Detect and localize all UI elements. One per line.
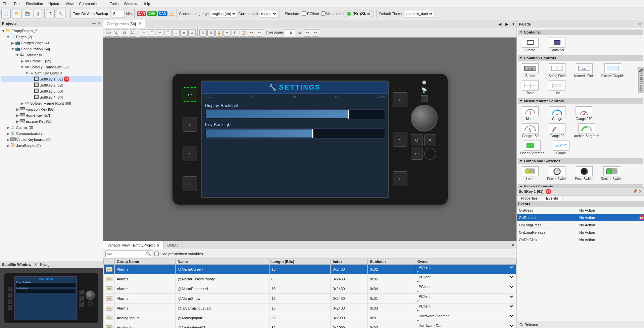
var-owner-select[interactable]: PClientHardware DaemonSystem bbox=[417, 304, 514, 309]
th-length[interactable]: Length (Bits) bbox=[269, 259, 331, 265]
props-row-1[interactable]: OnReleaseNo Action65 bbox=[517, 214, 644, 221]
square-btn[interactable] bbox=[421, 95, 428, 102]
r-softkey-btn-3[interactable]: ‹ bbox=[393, 171, 407, 186]
hide-predefined-check-label[interactable]: Hide pre-defined variables bbox=[154, 252, 203, 256]
props-row-3[interactable]: OnLongReleaseNo Action bbox=[517, 229, 644, 236]
menu-window[interactable]: Window bbox=[121, 1, 140, 6]
save-button[interactable]: 💾 bbox=[23, 9, 32, 18]
align-left-button[interactable]: ⊣ bbox=[140, 29, 147, 37]
softkey-btn-2[interactable]: › bbox=[183, 117, 197, 132]
palette-close-button[interactable]: ✕ bbox=[639, 22, 642, 26]
palette-item-table[interactable]: Table bbox=[520, 80, 540, 95]
tree-item-13[interactable]: ▶⌨Function Key [56] bbox=[1, 106, 102, 112]
menu-simulation[interactable]: Simulation bbox=[23, 1, 46, 6]
var-owner-select[interactable]: PClientHardware DaemonSystem bbox=[417, 314, 514, 318]
open-button[interactable]: 📂 bbox=[12, 9, 21, 18]
palette-section-special-title[interactable]: ▼ Special Controls bbox=[518, 184, 643, 187]
redo2-button[interactable]: ↪ bbox=[312, 29, 319, 37]
tree-item-14[interactable]: ▶⌨Home Key [57] bbox=[1, 112, 102, 118]
menu-help[interactable]: Help bbox=[140, 1, 153, 6]
table-row[interactable]: VarAlarms@AlarmCurrentPriority80x24300x0… bbox=[104, 274, 516, 284]
fn-btn-x[interactable]: ✕ bbox=[424, 134, 436, 146]
palette-section-lamps-title[interactable]: ▼ Lamps and Switches bbox=[518, 158, 643, 164]
zoom-in-button[interactable]: 🔍+ bbox=[105, 29, 112, 37]
distribute-h-button[interactable]: ⇔ bbox=[180, 29, 188, 37]
palette-item-pushswitch[interactable]: Push Switch bbox=[574, 166, 594, 181]
tree-item-10[interactable]: 🔲SoftKey 3 [63] bbox=[1, 88, 102, 94]
softkey-btn-4[interactable]: › bbox=[183, 176, 197, 191]
grid-button[interactable]: ⊞ bbox=[207, 29, 215, 37]
props-row-0[interactable]: OnPressNo Action bbox=[517, 207, 644, 214]
varview-tab-output[interactable]: Output bbox=[163, 241, 183, 249]
key-backlight-bar[interactable] bbox=[205, 128, 385, 139]
props-pin-button[interactable]: 📌 bbox=[633, 189, 637, 194]
props-row-4[interactable]: OnDblClickNo Action bbox=[517, 236, 644, 243]
palette-item-archedbargraph[interactable]: Arched Bargraph bbox=[574, 123, 599, 138]
palette-section-container-title[interactable]: ▼ Container bbox=[518, 30, 643, 35]
align-bottom-button[interactable]: ⊥ bbox=[172, 29, 180, 37]
r-softkey-btn-1[interactable]: ‹ bbox=[393, 92, 407, 107]
palette-item-linearbargraph[interactable]: Linear Bargraph bbox=[520, 141, 544, 155]
unit-select[interactable]: metric bbox=[260, 10, 277, 17]
language-select[interactable]: english (en) bbox=[210, 10, 237, 17]
var-search-input[interactable] bbox=[105, 251, 152, 257]
paste-button[interactable]: 📋 bbox=[240, 29, 247, 37]
tree-item-0[interactable]: ▼📁EmptyProject_6 bbox=[1, 28, 102, 34]
th-type[interactable] bbox=[104, 259, 115, 265]
table-row[interactable]: VarAlarms@AlarmEnqueued160x24300x04PClie… bbox=[104, 284, 516, 294]
tree-item-2[interactable]: ▶📺Gauges Page [41] bbox=[1, 40, 102, 46]
align-center-button[interactable]: ⊤ bbox=[148, 29, 155, 37]
joystick[interactable] bbox=[424, 148, 436, 160]
navigator-tab[interactable]: Navigator bbox=[40, 263, 56, 267]
pclient-check-label[interactable]: PClient bbox=[302, 11, 319, 16]
r-softkey-btn-2[interactable]: ‹ bbox=[393, 132, 407, 147]
new-button[interactable]: 📄 bbox=[1, 9, 11, 18]
softkey-btn-1[interactable]: ↩ bbox=[183, 87, 197, 102]
palette-item-meter[interactable]: Meter bbox=[520, 106, 540, 121]
th-owner[interactable]: Owner bbox=[415, 259, 516, 265]
tree-item-3[interactable]: ▼📺Configuration [54] bbox=[1, 46, 102, 52]
tree-item-9[interactable]: 🔲SoftKey 2 [62] bbox=[1, 82, 102, 88]
tree-item-8[interactable]: 🔲SoftKey 1 [61]63 bbox=[1, 76, 102, 82]
lock-button[interactable]: 🔒 bbox=[215, 29, 223, 37]
variables-check-label[interactable]: Variables bbox=[321, 11, 341, 16]
props-tab-properties[interactable]: Properties bbox=[517, 196, 542, 201]
th-index[interactable]: Index bbox=[331, 259, 368, 265]
var-owner-select[interactable]: PClientHardware DaemonSystem bbox=[417, 323, 514, 328]
tree-item-11[interactable]: 🔲SoftKey 4 [64] bbox=[1, 94, 102, 100]
undo2-button[interactable]: ↩ bbox=[304, 29, 311, 37]
restart-button[interactable]: (Re)Start bbox=[343, 10, 374, 17]
refresh-button[interactable]: ↻ bbox=[47, 9, 55, 18]
main-knob[interactable] bbox=[411, 105, 438, 131]
tree-item-1[interactable]: ▼📄Pages (2) bbox=[1, 34, 102, 40]
theme-select[interactable]: modern_dark bbox=[405, 10, 434, 17]
zoom-reset-button[interactable]: 1:1 bbox=[129, 29, 136, 37]
display-backlight-bar[interactable] bbox=[205, 109, 385, 119]
palette-section-common-title[interactable]: ▼ Common Controls bbox=[518, 55, 643, 61]
tree-item-5[interactable]: ▶▭Frame 1 [55] bbox=[1, 58, 102, 64]
var-owner-select[interactable]: PClientHardware DaemonSystem bbox=[417, 294, 514, 299]
menu-file[interactable]: File bbox=[0, 1, 11, 6]
menu-view[interactable]: View bbox=[63, 1, 77, 6]
th-subindex[interactable]: SubIndex bbox=[368, 259, 415, 265]
table-row[interactable]: VarAnalog Inputs@AnalogInput01320x20900x… bbox=[104, 313, 516, 323]
th-name[interactable]: Name bbox=[176, 259, 269, 265]
redo-button[interactable]: ↪ bbox=[256, 29, 263, 37]
palette-item-container[interactable]: Container bbox=[547, 38, 567, 52]
props-tab-events[interactable]: Events bbox=[542, 196, 562, 201]
tree-item-6[interactable]: ▼▭Softkey Frame Left [59] bbox=[1, 64, 102, 70]
zoom-out-button[interactable]: 🔍- bbox=[113, 29, 120, 37]
print-button[interactable]: 🖨 bbox=[34, 9, 42, 18]
menu-communication[interactable]: Communication bbox=[76, 1, 107, 6]
palette-item-gauge[interactable]: Gauge bbox=[547, 106, 567, 121]
snap-button[interactable]: ⊞ bbox=[199, 29, 207, 37]
tab-nav-right[interactable]: ▶ bbox=[503, 21, 510, 27]
palette-item-graph[interactable]: Graph bbox=[551, 141, 571, 155]
undo-button[interactable]: ↩ bbox=[248, 29, 255, 37]
grid-width-input[interactable] bbox=[285, 30, 295, 36]
palette-item-gauge180[interactable]: Gauge 180 bbox=[520, 123, 540, 138]
varview-tab-variable[interactable]: Variable View - EmptyProject_6 bbox=[103, 241, 163, 249]
palette-item-string[interactable]: T String Field bbox=[547, 63, 567, 78]
table-row[interactable]: VarAlarms@AlarmCurrent160x24300x02PClien… bbox=[104, 265, 516, 274]
config-tab[interactable]: Configuration [54] ✕ bbox=[103, 20, 145, 28]
